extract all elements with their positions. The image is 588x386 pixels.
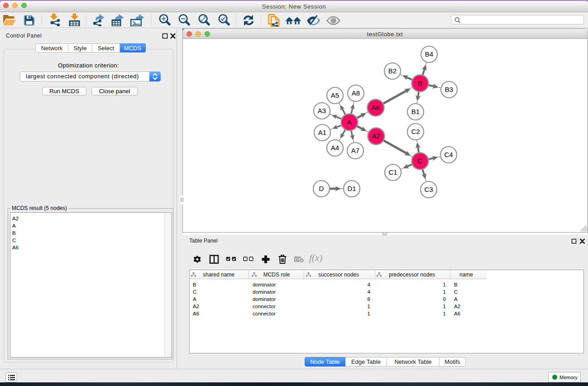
svg-text:C1: C1 — [388, 168, 397, 176]
svg-text:B3: B3 — [445, 86, 453, 93]
svg-text:A1: A1 — [318, 129, 326, 136]
svg-text:B2: B2 — [388, 67, 397, 75]
svg-text:A8: A8 — [352, 89, 360, 97]
svg-text:D1: D1 — [347, 185, 356, 192]
svg-text:A3: A3 — [318, 107, 326, 114]
svg-text:C4: C4 — [444, 151, 453, 158]
svg-text:C3: C3 — [424, 186, 433, 193]
svg-text:A7: A7 — [351, 147, 359, 154]
svg-text:C2: C2 — [411, 128, 420, 135]
svg-text:A5: A5 — [331, 91, 339, 99]
svg-text:A6: A6 — [372, 104, 380, 111]
svg-text:f(x): f(x) — [309, 253, 322, 263]
svg-text:B4: B4 — [425, 50, 433, 58]
svg-text:A4: A4 — [331, 144, 339, 152]
svg-text:B: B — [418, 79, 422, 87]
svg-text:C: C — [418, 157, 423, 165]
svg-text:A2: A2 — [372, 132, 380, 140]
svg-text:B1: B1 — [411, 108, 420, 115]
svg-text:D: D — [319, 185, 324, 192]
svg-text:A: A — [347, 118, 352, 126]
